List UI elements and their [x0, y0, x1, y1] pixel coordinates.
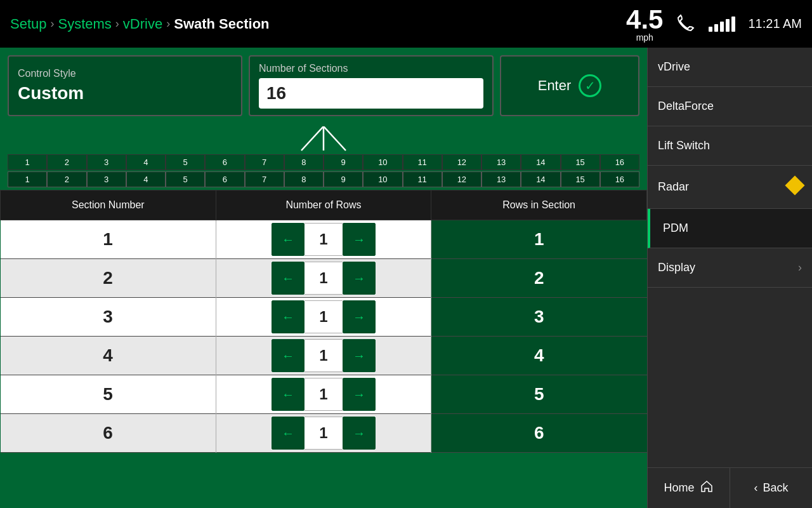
decrement-rows-button[interactable]: ← [272, 300, 304, 333]
section-cells-row: 1 2 3 4 5 6 7 8 9 10 11 12 13 14 15 16 [8, 154, 639, 170]
funnel-diagram [8, 126, 639, 152]
chevron-right-icon: › [798, 261, 802, 274]
section-cell: 11 [403, 154, 442, 170]
section-row-num: 8 [284, 171, 324, 187]
breadcrumb-systems[interactable]: Systems [58, 16, 112, 32]
speed-value: 4.5 [626, 6, 663, 33]
breadcrumb: Setup › Systems › vDrive › Swath Section [10, 16, 270, 32]
increment-rows-button[interactable]: → [343, 339, 376, 372]
sidebar-item-vdrive-label: vDrive [658, 60, 690, 74]
section-row-num: 1 [8, 171, 47, 187]
decrement-rows-button[interactable]: ← [272, 378, 304, 411]
decrement-rows-button[interactable]: ← [272, 339, 304, 372]
breadcrumb-current: Swath Section [174, 16, 269, 32]
signal-bar-3 [720, 22, 724, 32]
section-row-num: 12 [442, 171, 481, 187]
section-row-num: 13 [481, 171, 521, 187]
sidebar-item-display[interactable]: Display › [648, 248, 812, 288]
decrement-rows-button[interactable]: ← [272, 417, 304, 450]
increment-rows-button[interactable]: → [343, 300, 376, 333]
section-cell: 2 [47, 154, 86, 170]
section-row-num: 6 [205, 171, 244, 187]
rows-value: 1 [304, 262, 343, 295]
section-cell: 13 [481, 154, 521, 170]
section-table-container: Section Number Number of Rows Rows in Se… [0, 190, 647, 508]
increment-rows-button[interactable]: → [343, 378, 376, 411]
sidebar-item-radar-label: Radar [658, 180, 689, 194]
section-row-num: 10 [363, 171, 402, 187]
speed-display: 4.5 mph [626, 6, 663, 42]
section-row-num: 2 [47, 171, 86, 187]
sidebar-item-radar[interactable]: Radar [648, 166, 812, 209]
num-rows-cell: ← 1 → [216, 259, 431, 298]
increment-rows-button[interactable]: → [343, 417, 376, 450]
back-label: Back [763, 481, 788, 495]
increment-rows-button[interactable]: → [343, 223, 376, 256]
breadcrumb-setup[interactable]: Setup [10, 16, 47, 32]
sidebar-item-vdrive[interactable]: vDrive [648, 48, 812, 87]
col-num-rows: Number of Rows [216, 190, 431, 220]
sidebar-item-pdm[interactable]: PDM [648, 209, 812, 248]
section-row-num: 7 [245, 171, 284, 187]
sidebar-bottom: Home ‹ Back [648, 467, 812, 508]
signal-bar-4 [726, 19, 730, 32]
rows-in-section-cell: 1 [431, 220, 647, 259]
sidebar-item-lift-switch[interactable]: Lift Switch [648, 126, 812, 166]
rows-value: 1 [304, 339, 343, 372]
section-row-num: 11 [403, 171, 442, 187]
section-cell: 7 [245, 154, 284, 170]
rows-value: 1 [304, 378, 343, 411]
signal-bars [709, 17, 735, 32]
signal-bar-1 [709, 27, 712, 32]
breadcrumb-sep-3: › [166, 17, 170, 30]
table-row: 5 ← 1 → 5 [1, 375, 647, 414]
decrement-rows-button[interactable]: ← [272, 223, 304, 256]
col-section-number: Section Number [1, 190, 216, 220]
num-rows-cell: ← 1 → [216, 298, 431, 337]
section-cell: 5 [166, 154, 205, 170]
signal-bar-5 [731, 17, 735, 32]
section-number-cell: 3 [1, 298, 216, 337]
breadcrumb-sep-2: › [115, 17, 119, 30]
sidebar-spacer [648, 288, 812, 467]
right-sidebar: vDrive DeltaForce Lift Switch Radar PDM … [647, 48, 812, 508]
section-row-num: 15 [561, 171, 600, 187]
home-button[interactable]: Home [648, 468, 730, 508]
section-number-cell: 2 [1, 259, 216, 298]
sidebar-item-pdm-label: PDM [660, 222, 688, 235]
breadcrumb-sep-1: › [51, 17, 55, 30]
section-cell: 16 [600, 154, 639, 170]
breadcrumb-vdrive[interactable]: vDrive [123, 16, 162, 32]
main-layout: Control Style Custom Number of Sections … [0, 48, 812, 508]
num-sections-label: Number of Sections [259, 63, 483, 74]
section-diagram: 1 2 3 4 5 6 7 8 9 10 11 12 13 14 15 16 1… [0, 124, 647, 190]
section-cell: 14 [521, 154, 560, 170]
controls-row: Control Style Custom Number of Sections … [0, 48, 647, 124]
section-row-num: 9 [324, 171, 363, 187]
speed-unit: mph [626, 33, 663, 42]
increment-rows-button[interactable]: → [343, 262, 376, 295]
sidebar-item-display-label: Display [658, 261, 695, 274]
section-cell: 12 [442, 154, 481, 170]
time-display: 11:21 AM [748, 17, 802, 31]
col-rows-in-section: Rows in Section [431, 190, 647, 220]
svg-line-1 [324, 126, 346, 150]
back-button[interactable]: ‹ Back [730, 468, 812, 508]
section-table: Section Number Number of Rows Rows in Se… [0, 190, 647, 453]
num-rows-cell: ← 1 → [216, 414, 431, 453]
section-number-cell: 4 [1, 337, 216, 375]
section-cell: 9 [324, 154, 363, 170]
sidebar-item-deltaforce[interactable]: DeltaForce [648, 87, 812, 126]
control-style-value: Custom [18, 83, 232, 104]
rows-in-section-cell: 5 [431, 375, 647, 414]
top-right-info: 4.5 mph 11:21 AM [626, 0, 802, 48]
section-cell: 4 [126, 154, 166, 170]
section-row-num: 3 [87, 171, 126, 187]
enter-label: Enter [538, 77, 572, 94]
decrement-rows-button[interactable]: ← [272, 262, 304, 295]
enter-button[interactable]: Enter [500, 55, 639, 116]
svg-line-0 [301, 126, 324, 150]
signal-bar-2 [714, 24, 718, 32]
num-sections-value[interactable]: 16 [259, 78, 483, 109]
section-cell: 3 [87, 154, 126, 170]
